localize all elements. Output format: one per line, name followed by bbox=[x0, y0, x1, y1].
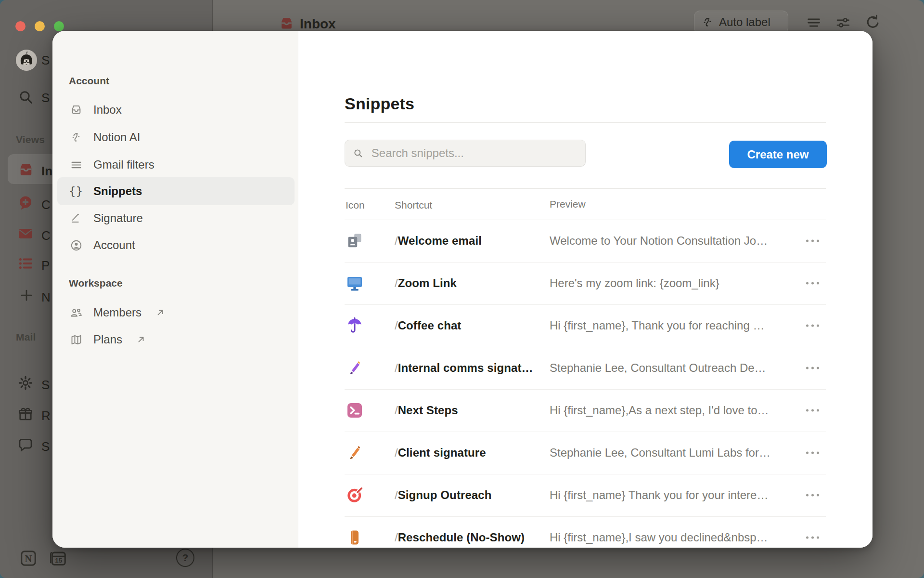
help-button[interactable]: ? bbox=[176, 549, 194, 567]
sliders-icon[interactable] bbox=[835, 14, 851, 31]
inbox-tray-icon bbox=[69, 103, 83, 117]
view-label-partial[interactable]: C bbox=[41, 197, 51, 212]
external-link-icon bbox=[136, 334, 146, 345]
view-label-partial[interactable]: P bbox=[41, 258, 50, 273]
signature-icon bbox=[69, 211, 83, 225]
chat-add-icon[interactable] bbox=[17, 195, 35, 212]
row-menu-button[interactable] bbox=[802, 406, 823, 416]
chat-bubble-icon[interactable] bbox=[17, 436, 35, 454]
snippet-preview: Hi {first_name} Thank you for your inter… bbox=[550, 488, 768, 502]
table-row[interactable]: /Internal comms signat… Stephanie Lee, C… bbox=[345, 347, 826, 389]
profile-name-partial[interactable]: S bbox=[41, 53, 50, 68]
plus-icon[interactable] bbox=[19, 288, 37, 305]
gift-icon[interactable] bbox=[17, 406, 35, 423]
minimize-window-button[interactable] bbox=[35, 21, 45, 31]
sidebar-item-plans[interactable]: Plans bbox=[57, 326, 295, 354]
new-view-partial[interactable]: N bbox=[41, 290, 51, 305]
table-row[interactable]: /Reschedule (No-Show) Hi {first_name},I … bbox=[345, 516, 826, 548]
referral-partial[interactable]: R bbox=[41, 408, 51, 423]
snippet-name: Client signature bbox=[398, 446, 486, 459]
row-menu-button[interactable] bbox=[802, 236, 823, 246]
zoom-window-button[interactable] bbox=[54, 21, 64, 31]
table-row[interactable]: /Zoom Link Here's my zoom link: {zoom_li… bbox=[345, 262, 826, 304]
row-menu-button[interactable] bbox=[802, 533, 823, 543]
snippet-preview: Stephanie Lee, Consultant Outreach De… bbox=[550, 361, 766, 375]
sidebar-item-label: Account bbox=[93, 238, 135, 252]
purple-pen-icon bbox=[346, 359, 364, 377]
views-section-label: Views bbox=[16, 134, 45, 145]
refresh-icon[interactable] bbox=[864, 13, 881, 30]
view-label-partial[interactable]: C bbox=[41, 228, 51, 243]
avatar-illustration bbox=[16, 50, 37, 71]
row-menu-button[interactable] bbox=[802, 278, 823, 289]
table-row[interactable]: /Welcome email Welcome to Your Notion Co… bbox=[345, 220, 826, 262]
snippet-name: Welcome email bbox=[398, 234, 482, 247]
ai-face-icon bbox=[69, 131, 83, 144]
snippet-preview: Here's my zoom link: {zoom_link} bbox=[550, 276, 719, 290]
create-new-button[interactable]: Create new bbox=[729, 141, 827, 168]
terminal-prompt-icon bbox=[346, 401, 364, 420]
row-menu-button[interactable] bbox=[802, 321, 823, 331]
members-icon bbox=[69, 306, 83, 319]
snippet-preview: Hi {first_name}, Thank you for reaching … bbox=[550, 319, 764, 332]
snippet-name: Reschedule (No-Show) bbox=[398, 531, 525, 544]
braces-icon: {} bbox=[69, 184, 83, 198]
notion-logo-icon[interactable]: N bbox=[19, 549, 38, 567]
row-menu-button[interactable] bbox=[802, 448, 823, 458]
table-row[interactable]: /Coffee chat Hi {first_name}, Thank you … bbox=[345, 304, 826, 347]
settings-modal: Account Inbox Notion AI Gmail filters {}… bbox=[52, 31, 873, 548]
sidebar-item-signature[interactable]: Signature bbox=[57, 204, 295, 232]
panel-title: Snippets bbox=[345, 94, 414, 113]
envelope-icon[interactable] bbox=[17, 225, 35, 243]
row-menu-button[interactable] bbox=[802, 490, 823, 500]
sidebar-item-label: Signature bbox=[93, 211, 143, 225]
support-partial[interactable]: S bbox=[41, 439, 50, 454]
search-label-partial[interactable]: S bbox=[41, 91, 50, 105]
desktop-monitor-icon bbox=[346, 274, 364, 292]
settings-partial[interactable]: S bbox=[41, 378, 50, 393]
sidebar-item-account[interactable]: Account bbox=[57, 231, 295, 259]
sidebar-item-snippets[interactable]: {} Snippets bbox=[57, 177, 295, 205]
sidebar-item-label: Members bbox=[93, 306, 141, 319]
app-window: S S Views In C C P N Mail S R S N 15 ? bbox=[0, 0, 924, 578]
inbox-tray-icon[interactable] bbox=[17, 161, 35, 178]
sidebar-item-members[interactable]: Members bbox=[57, 299, 295, 327]
divider bbox=[345, 122, 826, 123]
calendar-day: 15 bbox=[55, 557, 62, 564]
notebook-icon bbox=[346, 528, 364, 547]
svg-text:N: N bbox=[25, 553, 32, 564]
table-row[interactable]: /Signup Outreach Hi {first_name} Thank y… bbox=[345, 474, 826, 516]
snippet-name: Signup Outreach bbox=[398, 488, 492, 501]
calendar-icon[interactable]: 15 bbox=[49, 549, 67, 567]
auto-label-button[interactable]: Auto label bbox=[694, 11, 788, 34]
sidebar-item-label: Notion AI bbox=[93, 131, 140, 144]
sidebar-item-inbox[interactable]: Inbox bbox=[57, 96, 295, 124]
table-row[interactable]: /Client signature Stephanie Lee, Consult… bbox=[345, 432, 826, 474]
ai-face-icon bbox=[701, 16, 714, 29]
snippet-name: Zoom Link bbox=[398, 276, 457, 289]
list-icon[interactable] bbox=[17, 255, 35, 273]
snippet-name: Internal comms signat… bbox=[398, 361, 533, 374]
external-link-icon bbox=[155, 307, 166, 318]
search-icon[interactable] bbox=[17, 89, 35, 106]
snippets-panel: Snippets Create new Icon Shortcut Previe… bbox=[298, 31, 873, 548]
sidebar-item-notion-ai[interactable]: Notion AI bbox=[57, 123, 295, 151]
sidebar-item-label: Gmail filters bbox=[93, 158, 154, 171]
snippet-search[interactable] bbox=[345, 140, 586, 167]
table-row[interactable]: /Next Steps Hi {first_name},As a next st… bbox=[345, 389, 826, 432]
row-menu-button[interactable] bbox=[802, 363, 823, 373]
auto-label-text: Auto label bbox=[719, 15, 770, 29]
filter-lines-icon bbox=[69, 158, 83, 171]
snippet-preview: Welcome to Your Notion Consultation Jo… bbox=[550, 234, 768, 248]
close-window-button[interactable] bbox=[15, 21, 26, 31]
snippet-name: Next Steps bbox=[398, 404, 458, 417]
search-input[interactable] bbox=[371, 146, 578, 160]
gear-icon[interactable] bbox=[17, 375, 35, 392]
user-avatar[interactable] bbox=[16, 50, 37, 71]
view-inbox-partial[interactable]: In bbox=[41, 164, 52, 179]
filter-lines-icon[interactable] bbox=[806, 14, 822, 31]
column-header-icon: Icon bbox=[346, 199, 365, 211]
sidebar-item-gmail-filters[interactable]: Gmail filters bbox=[57, 151, 295, 179]
snippet-name: Coffee chat bbox=[398, 319, 462, 332]
sidebar-item-label: Plans bbox=[93, 333, 122, 346]
